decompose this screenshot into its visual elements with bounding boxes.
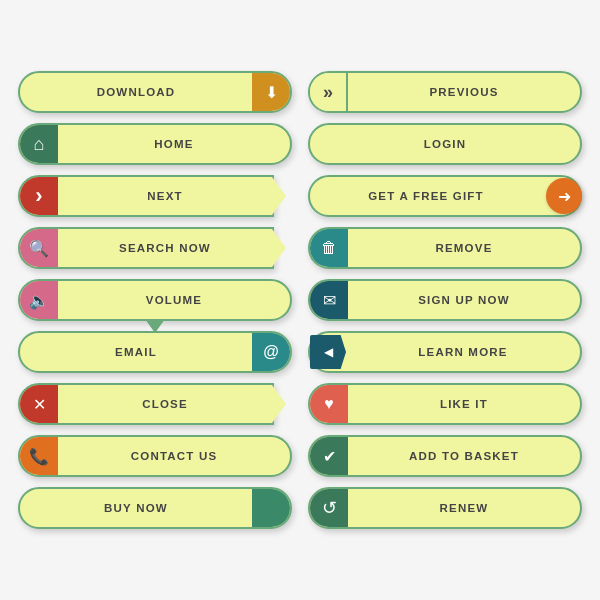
remove-label: REMOVE (348, 242, 580, 254)
basket-label: ADD TO BASKET (348, 450, 580, 462)
buy-icon (252, 489, 290, 527)
contact-icon: 📞 (20, 437, 58, 475)
like-label: LIKE IT (348, 398, 580, 410)
close-icon: ✕ (20, 385, 58, 423)
email-button[interactable]: EMAIL @ (18, 331, 292, 373)
renew-icon: ↺ (310, 489, 348, 527)
remove-button[interactable]: 🗑 REMOVE (308, 227, 582, 269)
download-button[interactable]: DOWNLOAD ⬇ (18, 71, 292, 113)
next-button[interactable]: › NEXT (18, 175, 274, 217)
home-label: HOME (58, 138, 290, 150)
download-icon: ⬇ (252, 73, 290, 111)
download-label: DOWNLOAD (20, 86, 252, 98)
previous-button[interactable]: » PREVIOUS (308, 71, 582, 113)
volume-label: VOLUME (58, 294, 290, 306)
next-label: NEXT (58, 190, 272, 202)
remove-icon: 🗑 (310, 229, 348, 267)
learn-more-button[interactable]: ◀ LEARN MORE (308, 331, 582, 373)
volume-icon: 🔈 (20, 281, 58, 319)
next-icon: › (20, 177, 58, 215)
email-icon: @ (252, 333, 290, 371)
signup-button[interactable]: ✉ SIGN UP NOW (308, 279, 582, 321)
login-label: LOGIN (310, 138, 580, 150)
signup-label: SIGN UP NOW (348, 294, 580, 306)
login-button[interactable]: LOGIN (308, 123, 582, 165)
home-icon: ⌂ (20, 125, 58, 163)
signup-icon: ✉ (310, 281, 348, 319)
buy-button[interactable]: BUY NOW (18, 487, 292, 529)
buy-label: BUY NOW (20, 502, 252, 514)
free-gift-button[interactable]: GET A FREE GIFT ➜ (308, 175, 582, 217)
button-grid: DOWNLOAD ⬇ » PREVIOUS ⌂ HOME LOGIN › NEX… (0, 53, 600, 547)
free-gift-label: GET A FREE GIFT (310, 190, 542, 202)
contact-button[interactable]: 📞 CONTACT US (18, 435, 292, 477)
contact-label: CONTACT US (58, 450, 290, 462)
renew-button[interactable]: ↺ RENEW (308, 487, 582, 529)
add-basket-button[interactable]: ✔ ADD TO BASKET (308, 435, 582, 477)
basket-icon: ✔ (310, 437, 348, 475)
learn-more-icon: ◀ (310, 335, 346, 369)
volume-button[interactable]: 🔈 VOLUME (18, 279, 292, 321)
email-label: EMAIL (20, 346, 252, 358)
like-button[interactable]: ♥ LIKE IT (308, 383, 582, 425)
previous-label: PREVIOUS (348, 86, 580, 98)
search-label: SEARCH NOW (58, 242, 272, 254)
close-label: CLOSE (58, 398, 272, 410)
renew-label: RENEW (348, 502, 580, 514)
learn-more-label: LEARN MORE (346, 346, 580, 358)
like-icon: ♥ (310, 385, 348, 423)
search-button[interactable]: 🔍 SEARCH NOW (18, 227, 274, 269)
free-gift-icon: ➜ (546, 178, 582, 214)
home-button[interactable]: ⌂ HOME (18, 123, 292, 165)
search-icon: 🔍 (20, 229, 58, 267)
close-button[interactable]: ✕ CLOSE (18, 383, 274, 425)
previous-icon: » (310, 73, 348, 111)
